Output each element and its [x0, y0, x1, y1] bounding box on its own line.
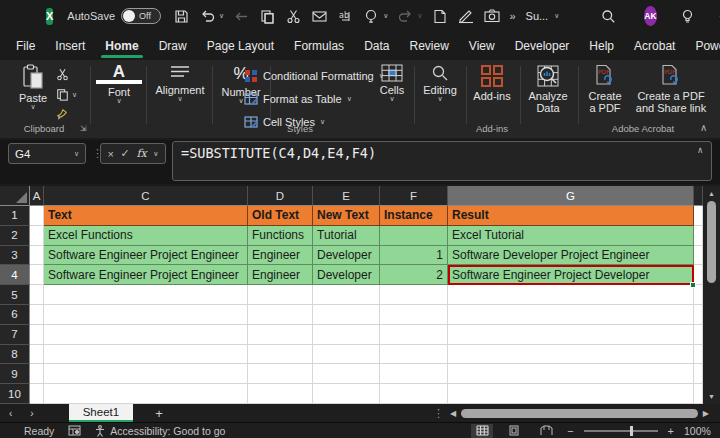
column-header-f[interactable]: F [380, 186, 448, 206]
column-header-c[interactable]: C [44, 186, 248, 206]
column-header-e[interactable]: E [313, 186, 380, 206]
horizontal-scrollbar[interactable]: ◀ ▶ [447, 404, 712, 422]
cut-icon[interactable] [285, 8, 302, 25]
cell-C8[interactable] [44, 345, 248, 365]
cell-F9[interactable] [380, 364, 448, 384]
copy-button[interactable]: ∨ [56, 88, 77, 101]
vertical-scrollbar[interactable]: ▲ ▼ [703, 186, 720, 404]
zoom-out-button[interactable]: − [567, 425, 573, 437]
cell-A8[interactable] [30, 345, 44, 365]
cell-h2[interactable] [694, 226, 703, 246]
cancel-entry-icon[interactable]: × [108, 148, 114, 160]
tab-power-pivot[interactable]: Power Pivot [693, 34, 720, 58]
sheet-tab-sheet1[interactable]: Sheet1 [69, 404, 133, 422]
cell-A6[interactable] [30, 305, 44, 325]
cell-D2[interactable]: Functions [248, 226, 313, 246]
cell-G10[interactable] [448, 384, 694, 404]
cell-G3[interactable]: Software Developer Project Engineer [448, 246, 694, 266]
editing-button[interactable]: Editing∨ [418, 64, 462, 102]
cell-F3[interactable]: 1 [380, 246, 448, 266]
alignment-button[interactable]: Alignment∨ [152, 64, 208, 102]
cell-A2[interactable] [30, 226, 44, 246]
cell-h9[interactable] [694, 364, 703, 384]
confirm-entry-icon[interactable]: ✓ [121, 147, 130, 160]
row-header-8[interactable]: 8 [0, 345, 30, 365]
tab-developer[interactable]: Developer [513, 34, 572, 58]
cell-A1[interactable] [30, 206, 44, 226]
cell-D3[interactable]: Engineer [248, 246, 313, 266]
analyze-data-button[interactable]: AnalyzeData [524, 64, 572, 114]
cell-A9[interactable] [30, 364, 44, 384]
add-sheet-button[interactable]: + [133, 406, 185, 421]
column-header-a[interactable]: A [30, 186, 44, 206]
fill-handle[interactable] [690, 282, 696, 288]
font-button[interactable]: A Font∨ [96, 64, 142, 104]
column-header-partial[interactable] [694, 186, 703, 206]
tab-acrobat[interactable]: Acrobat [632, 34, 677, 58]
cell-h5[interactable] [694, 285, 703, 305]
create-pdf-share-button[interactable]: PDF Create a PDFand Share link [630, 64, 712, 114]
scroll-down-icon[interactable]: ▼ [708, 389, 715, 404]
cell-F4[interactable]: 2 [380, 265, 448, 285]
undo-dropdown-icon[interactable]: ∨ [219, 12, 224, 20]
cell-C5[interactable] [44, 285, 248, 305]
cell-E7[interactable] [313, 325, 380, 345]
row-header-6[interactable]: 6 [0, 305, 30, 325]
cells-button[interactable]: Cells∨ [372, 64, 412, 102]
row-header-1[interactable]: 1 [0, 206, 30, 226]
cell-A10[interactable] [30, 384, 44, 404]
cell-G9[interactable] [448, 364, 694, 384]
row-header-10[interactable]: 10 [0, 384, 30, 404]
tab-file[interactable]: File [14, 34, 37, 58]
accessibility-status[interactable]: Accessibility: Good to go [95, 425, 225, 437]
cell-C4[interactable]: Software Engineer Project Engineer [44, 265, 248, 285]
cell-C3[interactable]: Software Engineer Project Engineer [44, 246, 248, 266]
cell-C6[interactable] [44, 305, 248, 325]
copy-icon[interactable] [259, 8, 276, 25]
tab-view[interactable]: View [467, 34, 497, 58]
cell-F1[interactable]: Instance [380, 206, 448, 226]
minimize-button[interactable]: − [708, 2, 720, 30]
save-icon[interactable] [173, 8, 190, 25]
cut-button[interactable] [56, 68, 77, 81]
cell-C1[interactable]: Text [44, 206, 248, 226]
cell-F7[interactable] [380, 325, 448, 345]
row-header-9[interactable]: 9 [0, 364, 30, 384]
vertical-scroll-thumb[interactable] [707, 201, 716, 283]
cell-h8[interactable] [694, 345, 703, 365]
cell-E9[interactable] [313, 364, 380, 384]
cell-h1[interactable] [694, 206, 703, 226]
tab-formulas[interactable]: Formulas [292, 34, 346, 58]
column-header-d[interactable]: D [248, 186, 313, 206]
tab-insert[interactable]: Insert [53, 34, 87, 58]
camera-icon[interactable] [483, 8, 500, 25]
conditional-formatting-button[interactable]: Conditional Formatting∨ [244, 66, 384, 86]
avatar[interactable]: AK [644, 6, 656, 26]
cell-A7[interactable] [30, 325, 44, 345]
new-document-icon[interactable] [431, 8, 448, 25]
cell-E8[interactable] [313, 345, 380, 365]
formula-bar-collapse-icon[interactable]: ∧ [698, 145, 703, 155]
formula-input[interactable]: =SUBSTITUTE(C4,D4,E4,F4) ∧ [172, 141, 712, 181]
tab-home[interactable]: Home [103, 34, 140, 58]
tab-data[interactable]: Data [362, 34, 391, 58]
cell-D8[interactable] [248, 345, 313, 365]
cell-h6[interactable] [694, 305, 703, 325]
cell-E3[interactable]: Developer [313, 246, 380, 266]
cell-A5[interactable] [30, 285, 44, 305]
cell-D1[interactable]: Old Text [248, 206, 313, 226]
cell-E2[interactable]: Tutorial [313, 226, 380, 246]
add-ins-button[interactable]: Add-ins [470, 64, 514, 102]
format-painter-icon[interactable] [363, 8, 380, 25]
name-box[interactable]: G4 ∨ [8, 143, 86, 164]
scroll-up-icon[interactable]: ▲ [708, 186, 715, 201]
cell-F6[interactable] [380, 305, 448, 325]
page-break-view-button[interactable] [535, 424, 557, 438]
row-header-4[interactable]: 4 [0, 265, 30, 285]
cell-F5[interactable] [380, 285, 448, 305]
qat-overflow-icon[interactable]: » [509, 10, 515, 22]
cell-D5[interactable] [248, 285, 313, 305]
tab-review[interactable]: Review [407, 34, 450, 58]
insert-function-icon[interactable]: fx [136, 147, 146, 160]
lightbulb-icon[interactable] [681, 9, 694, 24]
